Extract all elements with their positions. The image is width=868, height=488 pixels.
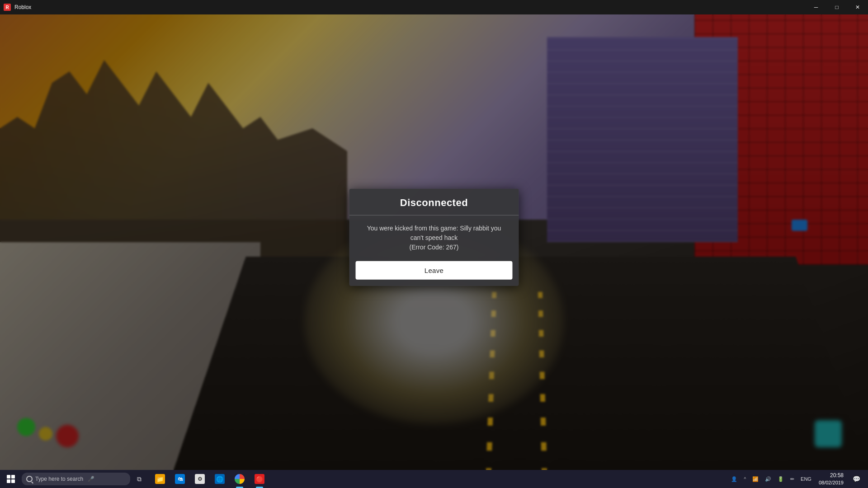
search-bar[interactable]: Type here to search 🎤 — [22, 473, 130, 485]
dialog-message-line3: (Error Code: 267) — [410, 244, 459, 251]
taskbar-app-roblox[interactable]: ⚙ — [190, 470, 210, 488]
maximize-button[interactable]: □ — [826, 0, 847, 14]
windows-logo-icon — [7, 475, 15, 483]
notification-button[interactable]: 💬 — [848, 470, 864, 488]
close-button[interactable]: ✕ — [847, 0, 868, 14]
roblox-taskbar-icon: ⚙ — [195, 474, 205, 484]
disconnected-dialog: Disconnected You were kicked from this g… — [349, 189, 519, 286]
task-view-button[interactable]: ⧉ — [130, 470, 148, 488]
task-view-icon: ⧉ — [137, 475, 142, 483]
clock-time: 20:58 — [830, 472, 844, 479]
pencil-icon[interactable]: ✏ — [788, 470, 797, 488]
volume-icon[interactable]: 🔊 — [762, 470, 774, 488]
edge-icon: 🌐 — [215, 474, 225, 484]
titlebar-left: R Roblox — [0, 4, 31, 11]
file-explorer-icon: 📁 — [155, 474, 165, 484]
roblox-icon: 🔴 — [255, 474, 264, 484]
network-icon[interactable]: 📶 — [750, 470, 761, 488]
dialog-message: You were kicked from this game: Silly ra… — [360, 224, 508, 252]
game-background: Disconnected You were kicked from this g… — [0, 14, 868, 470]
dialog-message-line1: You were kicked from this game: Silly ra… — [367, 225, 501, 232]
dialog-body: You were kicked from this game: Silly ra… — [349, 216, 519, 259]
dialog-message-line2: can't speed hack — [410, 234, 458, 241]
taskbar: Type here to search 🎤 ⧉ 📁 🛍 ⚙ 🌐 ● 🔴 👤 ^ … — [0, 470, 868, 488]
dialog-footer: Leave — [349, 259, 519, 286]
titlebar-controls: ─ □ ✕ — [806, 0, 868, 14]
leave-button[interactable]: Leave — [356, 261, 513, 280]
clock-area[interactable]: 20:58 08/02/2019 — [815, 472, 847, 486]
language-label[interactable]: ENG — [798, 470, 814, 488]
people-icon[interactable]: 👤 — [728, 470, 740, 488]
taskbar-app-roblox2[interactable]: 🔴 — [250, 470, 269, 488]
store-icon: 🛍 — [175, 474, 185, 484]
system-tray: 👤 ^ 📶 🔊 🔋 ✏ ENG 20:58 08/02/2019 💬 — [728, 470, 868, 488]
taskbar-app-file-explorer[interactable]: 📁 — [150, 470, 170, 488]
tray-chevron[interactable]: ^ — [741, 470, 749, 488]
battery-icon[interactable]: 🔋 — [775, 470, 787, 488]
taskbar-app-edge[interactable]: 🌐 — [210, 470, 230, 488]
notification-icon: 💬 — [853, 475, 860, 483]
search-placeholder-text: Type here to search — [35, 476, 83, 482]
chrome-icon: ● — [235, 474, 245, 484]
start-button[interactable] — [0, 470, 22, 488]
window-title: Roblox — [14, 4, 31, 10]
minimize-button[interactable]: ─ — [806, 0, 826, 14]
microphone-icon: 🎤 — [88, 476, 94, 482]
clock-date: 08/02/2019 — [819, 479, 844, 486]
taskbar-apps: 📁 🛍 ⚙ 🌐 ● 🔴 — [150, 470, 269, 488]
dialog-title: Disconnected — [400, 197, 468, 208]
taskbar-app-store[interactable]: 🛍 — [170, 470, 190, 488]
taskbar-app-chrome[interactable]: ● — [230, 470, 250, 488]
dialog-header: Disconnected — [349, 189, 519, 216]
roblox-logo-icon: R — [4, 4, 11, 11]
title-bar: R Roblox ─ □ ✕ — [0, 0, 868, 14]
search-icon — [26, 476, 33, 482]
